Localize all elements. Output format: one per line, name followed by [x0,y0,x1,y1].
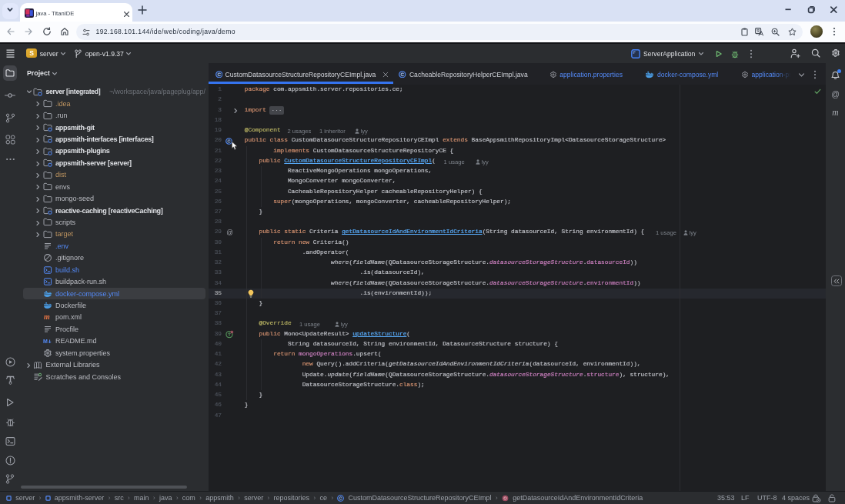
svg-text:m: m [44,312,50,321]
svg-text:M: M [43,339,48,344]
